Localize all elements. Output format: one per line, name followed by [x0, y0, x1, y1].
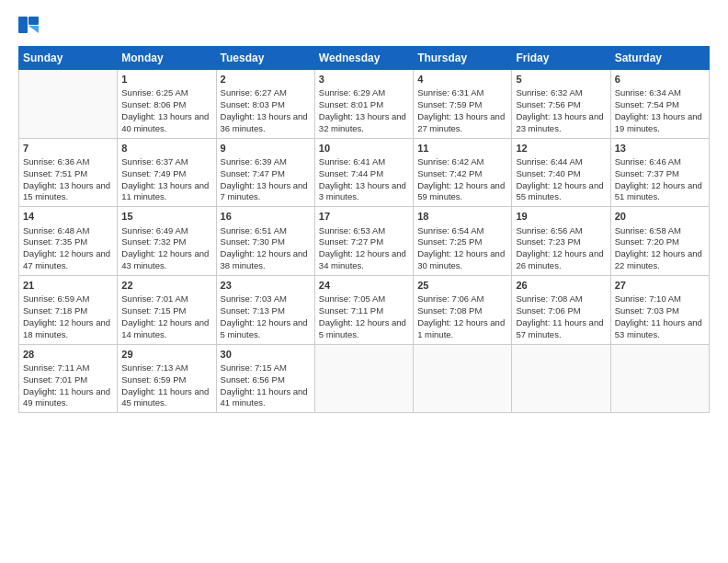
logo: [18, 17, 42, 37]
day-number: 8: [121, 142, 211, 155]
svg-rect-0: [18, 17, 28, 33]
day-info: Sunrise: 6:27 AMSunset: 8:03 PMDaylight:…: [221, 87, 311, 134]
day-number: 30: [221, 348, 311, 362]
day-info: Sunrise: 7:11 AMSunset: 7:01 PMDaylight:…: [23, 362, 113, 409]
calendar-cell: [414, 344, 512, 413]
day-number: 21: [23, 279, 113, 293]
calendar-cell: 29Sunrise: 7:13 AMSunset: 6:59 PMDayligh…: [118, 344, 216, 413]
day-number: 1: [121, 73, 211, 86]
day-number: 20: [615, 210, 705, 224]
weekday-header: Tuesday: [216, 47, 314, 70]
calendar-cell: 19Sunrise: 6:56 AMSunset: 7:23 PMDayligh…: [512, 207, 610, 276]
calendar-cell: 26Sunrise: 7:08 AMSunset: 7:06 PMDayligh…: [512, 275, 610, 344]
calendar-header-row: SundayMondayTuesdayWednesdayThursdayFrid…: [19, 47, 710, 70]
day-info: Sunrise: 6:58 AMSunset: 7:20 PMDaylight:…: [615, 225, 705, 272]
calendar-cell: 11Sunrise: 6:42 AMSunset: 7:42 PMDayligh…: [414, 138, 512, 207]
calendar-week-row: 28Sunrise: 7:11 AMSunset: 7:01 PMDayligh…: [19, 344, 710, 413]
day-number: 14: [23, 210, 113, 224]
day-number: 9: [221, 142, 311, 155]
page: SundayMondayTuesdayWednesdayThursdayFrid…: [0, 0, 728, 563]
calendar-cell: [19, 70, 118, 139]
calendar-cell: 18Sunrise: 6:54 AMSunset: 7:25 PMDayligh…: [414, 207, 512, 276]
day-info: Sunrise: 6:39 AMSunset: 7:47 PMDaylight:…: [221, 156, 311, 203]
calendar-cell: [314, 344, 413, 413]
day-info: Sunrise: 7:15 AMSunset: 6:56 PMDaylight:…: [221, 362, 311, 409]
day-info: Sunrise: 6:49 AMSunset: 7:32 PMDaylight:…: [121, 225, 211, 272]
day-number: 27: [615, 279, 705, 293]
weekday-header: Sunday: [19, 47, 118, 70]
day-number: 23: [221, 279, 311, 293]
calendar-cell: 22Sunrise: 7:01 AMSunset: 7:15 PMDayligh…: [118, 275, 216, 344]
svg-rect-1: [28, 17, 39, 25]
day-info: Sunrise: 7:10 AMSunset: 7:03 PMDaylight:…: [615, 293, 705, 340]
calendar-week-row: 14Sunrise: 6:48 AMSunset: 7:35 PMDayligh…: [19, 207, 710, 276]
calendar-cell: 3Sunrise: 6:29 AMSunset: 8:01 PMDaylight…: [314, 70, 413, 139]
day-number: 2: [221, 73, 311, 86]
calendar-cell: 15Sunrise: 6:49 AMSunset: 7:32 PMDayligh…: [118, 207, 216, 276]
calendar-cell: 2Sunrise: 6:27 AMSunset: 8:03 PMDaylight…: [216, 70, 314, 139]
calendar-week-row: 21Sunrise: 6:59 AMSunset: 7:18 PMDayligh…: [19, 275, 710, 344]
calendar-cell: 16Sunrise: 6:51 AMSunset: 7:30 PMDayligh…: [216, 207, 314, 276]
day-info: Sunrise: 6:56 AMSunset: 7:23 PMDaylight:…: [516, 225, 606, 272]
header: [18, 17, 710, 37]
calendar-cell: 20Sunrise: 6:58 AMSunset: 7:20 PMDayligh…: [610, 207, 709, 276]
day-info: Sunrise: 6:59 AMSunset: 7:18 PMDaylight:…: [23, 293, 113, 340]
day-info: Sunrise: 6:54 AMSunset: 7:25 PMDaylight:…: [417, 225, 507, 272]
day-info: Sunrise: 7:05 AMSunset: 7:11 PMDaylight:…: [319, 293, 409, 340]
day-number: 17: [319, 210, 409, 224]
day-number: 15: [121, 210, 211, 224]
svg-marker-2: [28, 26, 39, 33]
calendar-cell: 4Sunrise: 6:31 AMSunset: 7:59 PMDaylight…: [414, 70, 512, 139]
day-number: 10: [319, 142, 409, 155]
day-number: 16: [221, 210, 311, 224]
calendar: SundayMondayTuesdayWednesdayThursdayFrid…: [18, 46, 710, 413]
calendar-cell: 30Sunrise: 7:15 AMSunset: 6:56 PMDayligh…: [216, 344, 314, 413]
day-info: Sunrise: 6:37 AMSunset: 7:49 PMDaylight:…: [121, 156, 211, 203]
calendar-week-row: 7Sunrise: 6:36 AMSunset: 7:51 PMDaylight…: [19, 138, 710, 207]
day-info: Sunrise: 6:29 AMSunset: 8:01 PMDaylight:…: [319, 87, 409, 134]
calendar-cell: 23Sunrise: 7:03 AMSunset: 7:13 PMDayligh…: [216, 275, 314, 344]
weekday-header: Thursday: [414, 47, 512, 70]
calendar-cell: [512, 344, 610, 413]
day-info: Sunrise: 7:03 AMSunset: 7:13 PMDaylight:…: [221, 293, 311, 340]
calendar-cell: 1Sunrise: 6:25 AMSunset: 8:06 PMDaylight…: [118, 70, 216, 139]
weekday-header: Wednesday: [314, 47, 413, 70]
calendar-cell: 24Sunrise: 7:05 AMSunset: 7:11 PMDayligh…: [314, 275, 413, 344]
day-number: 19: [516, 210, 606, 224]
day-info: Sunrise: 6:42 AMSunset: 7:42 PMDaylight:…: [417, 156, 507, 203]
day-info: Sunrise: 6:41 AMSunset: 7:44 PMDaylight:…: [319, 156, 409, 203]
day-info: Sunrise: 7:08 AMSunset: 7:06 PMDaylight:…: [516, 293, 606, 340]
calendar-cell: 27Sunrise: 7:10 AMSunset: 7:03 PMDayligh…: [610, 275, 709, 344]
day-number: 25: [417, 279, 507, 293]
day-info: Sunrise: 6:46 AMSunset: 7:37 PMDaylight:…: [615, 156, 705, 203]
logo-icon: [18, 17, 39, 37]
calendar-cell: 13Sunrise: 6:46 AMSunset: 7:37 PMDayligh…: [610, 138, 709, 207]
weekday-header: Saturday: [610, 47, 709, 70]
calendar-week-row: 1Sunrise: 6:25 AMSunset: 8:06 PMDaylight…: [19, 70, 710, 139]
calendar-cell: 5Sunrise: 6:32 AMSunset: 7:56 PMDaylight…: [512, 70, 610, 139]
calendar-cell: 14Sunrise: 6:48 AMSunset: 7:35 PMDayligh…: [19, 207, 118, 276]
day-info: Sunrise: 6:51 AMSunset: 7:30 PMDaylight:…: [221, 225, 311, 272]
day-info: Sunrise: 7:06 AMSunset: 7:08 PMDaylight:…: [417, 293, 507, 340]
day-info: Sunrise: 7:01 AMSunset: 7:15 PMDaylight:…: [121, 293, 211, 340]
day-info: Sunrise: 6:34 AMSunset: 7:54 PMDaylight:…: [615, 87, 705, 134]
day-number: 11: [417, 142, 507, 155]
day-info: Sunrise: 6:25 AMSunset: 8:06 PMDaylight:…: [121, 87, 211, 134]
weekday-header: Monday: [118, 47, 216, 70]
calendar-cell: 17Sunrise: 6:53 AMSunset: 7:27 PMDayligh…: [314, 207, 413, 276]
calendar-cell: [610, 344, 709, 413]
day-number: 24: [319, 279, 409, 293]
day-number: 12: [516, 142, 606, 155]
day-info: Sunrise: 6:31 AMSunset: 7:59 PMDaylight:…: [417, 87, 507, 134]
day-number: 22: [121, 279, 211, 293]
calendar-cell: 25Sunrise: 7:06 AMSunset: 7:08 PMDayligh…: [414, 275, 512, 344]
day-info: Sunrise: 7:13 AMSunset: 6:59 PMDaylight:…: [121, 362, 211, 409]
calendar-cell: 12Sunrise: 6:44 AMSunset: 7:40 PMDayligh…: [512, 138, 610, 207]
calendar-cell: 8Sunrise: 6:37 AMSunset: 7:49 PMDaylight…: [118, 138, 216, 207]
day-number: 13: [615, 142, 705, 155]
calendar-cell: 6Sunrise: 6:34 AMSunset: 7:54 PMDaylight…: [610, 70, 709, 139]
calendar-cell: 9Sunrise: 6:39 AMSunset: 7:47 PMDaylight…: [216, 138, 314, 207]
day-number: 7: [23, 142, 113, 155]
day-number: 18: [417, 210, 507, 224]
day-number: 26: [516, 279, 606, 293]
